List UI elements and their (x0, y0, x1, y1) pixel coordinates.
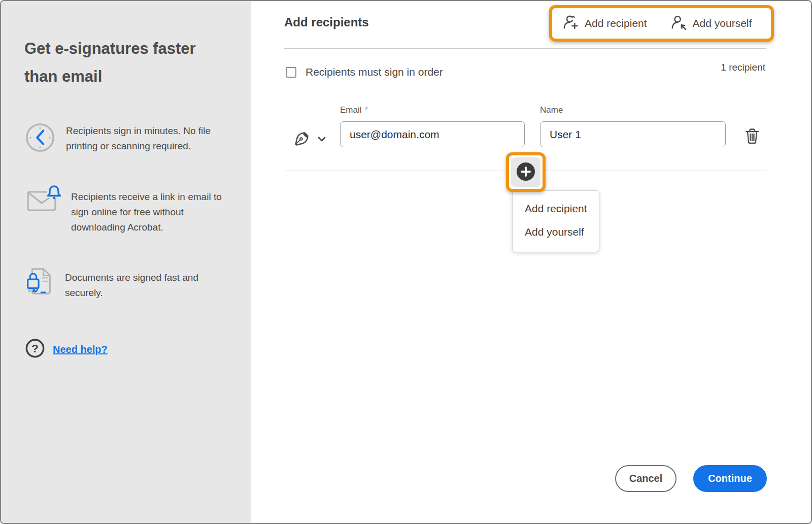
person-arrow-icon (670, 15, 687, 32)
question-circle-icon: ? (25, 338, 45, 361)
add-dropdown-menu: Add recipient Add yourself (512, 190, 599, 252)
need-help-link[interactable]: Need help? (53, 344, 108, 355)
sign-in-order-row: Recipients must sign in order (286, 66, 443, 78)
header-divider (284, 48, 766, 49)
info-sidebar: Get e-signatures faster than email Recip… (1, 1, 251, 523)
add-recipient-label: Add recipient (585, 17, 647, 29)
continue-button[interactable]: Continue (693, 465, 767, 492)
chevron-down-icon (318, 136, 326, 143)
benefit-item-sign-in-minutes: Recipients sign in minutes. No file prin… (24, 122, 211, 155)
clock-icon (24, 122, 56, 155)
email-field-group: Email* (340, 105, 525, 147)
help-row: ? Need help? (25, 338, 108, 361)
envelope-bell-icon (24, 184, 61, 216)
add-yourself-label: Add yourself (693, 17, 752, 29)
document-lock-icon (24, 266, 55, 300)
svg-text:?: ? (31, 342, 39, 355)
benefit-text: Documents are signed fast and securely. (65, 266, 198, 301)
email-field[interactable] (340, 121, 525, 147)
recipient-role-selector[interactable] (291, 128, 328, 151)
benefit-item-signed-securely: Documents are signed fast and securely. (24, 266, 198, 301)
add-recipient-plus-button[interactable] (511, 157, 540, 187)
name-label: Name (540, 105, 563, 115)
add-recipient-button[interactable]: Add recipient (562, 15, 647, 32)
benefit-text: Recipients receive a link in email to si… (71, 184, 222, 235)
sign-in-order-checkbox[interactable] (286, 67, 296, 78)
name-field[interactable] (540, 121, 726, 147)
pen-nib-icon (293, 130, 311, 149)
menu-item-add-yourself[interactable]: Add yourself (513, 220, 599, 244)
header-actions-callout: Add recipient Add yourself (549, 5, 774, 42)
sign-in-order-label: Recipients must sign in order (306, 66, 443, 78)
benefit-text: Recipients sign in minutes. No file prin… (66, 122, 211, 154)
cancel-button[interactable]: Cancel (615, 465, 676, 492)
menu-item-add-recipient[interactable]: Add recipient (513, 197, 599, 220)
required-marker: * (365, 105, 368, 115)
page-title: Add recipients (284, 15, 369, 29)
add-yourself-button[interactable]: Add yourself (670, 15, 752, 32)
person-plus-icon (562, 15, 579, 32)
email-label: Email* (340, 105, 368, 115)
add-recipients-dialog: Get e-signatures faster than email Recip… (0, 0, 812, 524)
add-button-callout (506, 152, 546, 192)
plus-circle-icon (516, 162, 535, 183)
sidebar-title: Get e-signatures faster than email (24, 35, 227, 90)
delete-recipient-button[interactable] (743, 126, 761, 147)
benefit-item-email-link: Recipients receive a link in email to si… (24, 184, 222, 235)
recipient-count: 1 recipient (721, 62, 765, 73)
trash-icon (745, 139, 760, 146)
name-field-group: Name (540, 105, 726, 147)
main-panel: Add recipients Add recipient (251, 1, 811, 523)
